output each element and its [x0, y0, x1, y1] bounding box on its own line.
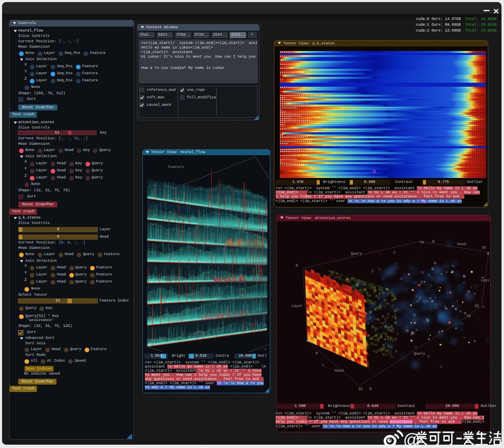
- svg-text:Laye: Laye: [481, 278, 489, 282]
- svg-text:Feature: Feature: [167, 319, 183, 323]
- svg-text:Layer: Layer: [291, 304, 303, 308]
- svg-text:0: 0: [432, 240, 434, 244]
- svg-text:0: 0: [296, 264, 298, 268]
- svg-text:32: 32: [306, 339, 311, 343]
- svg-text:Query: Query: [351, 252, 362, 256]
- svg-text:0: 0: [487, 252, 489, 256]
- svg-text:Query: Query: [414, 352, 426, 356]
- svg-text:Feature: Feature: [168, 165, 184, 169]
- svg-text:2: 2: [264, 347, 267, 351]
- svg-text:0: 0: [369, 387, 372, 391]
- svg-text:0: 0: [316, 351, 318, 355]
- svg-text:32: 32: [358, 387, 363, 391]
- svg-text:79: 79: [419, 241, 424, 245]
- svg-text:Head: Head: [335, 369, 344, 373]
- svg-text:32: 32: [475, 304, 479, 308]
- svg-text:Head: Head: [457, 242, 466, 246]
- svg-text:@: @: [403, 431, 420, 448]
- svg-text:32: 32: [482, 246, 486, 250]
- svg-text:79: 79: [466, 314, 471, 319]
